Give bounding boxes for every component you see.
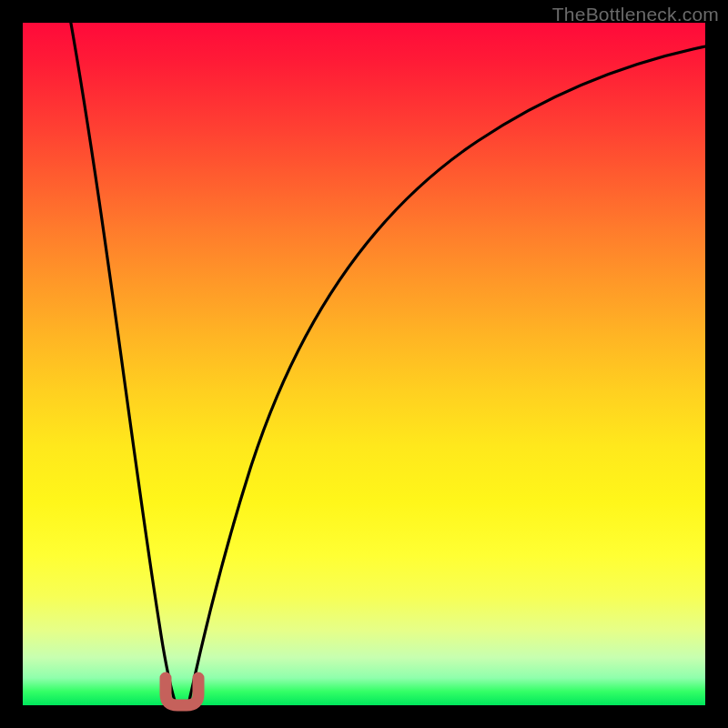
chart-frame: TheBottleneck.com — [0, 0, 728, 728]
minimum-marker — [166, 678, 198, 705]
watermark-text: TheBottleneck.com — [552, 4, 719, 25]
curve-right-branch — [189, 46, 710, 701]
chart-plot-area — [23, 23, 705, 705]
curve-left-branch — [70, 18, 175, 701]
bottleneck-curve — [23, 23, 705, 705]
